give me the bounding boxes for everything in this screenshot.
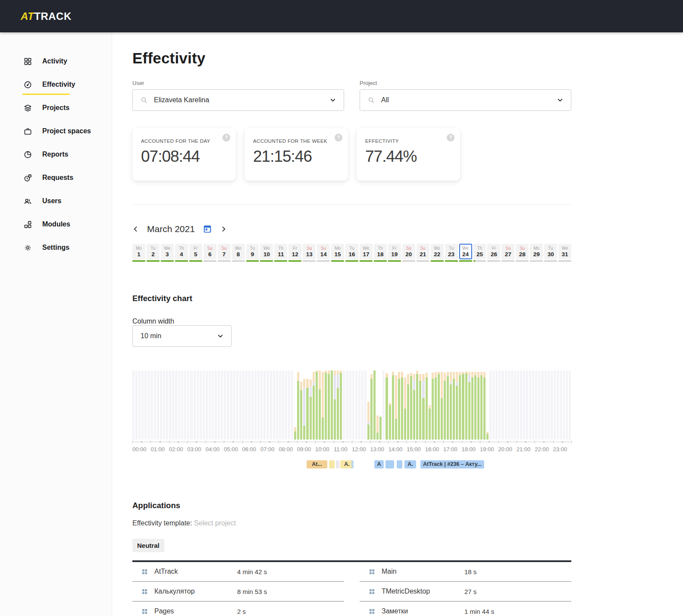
- application-row[interactable]: Main18 s: [360, 562, 571, 582]
- calendar-day-11[interactable]: Th11: [274, 244, 287, 262]
- tab-neutral[interactable]: Neutral: [132, 539, 164, 552]
- chart-column-95[interactable]: [422, 371, 424, 440]
- chart-column-78[interactable]: [370, 371, 373, 440]
- chart-column-6[interactable]: [150, 371, 153, 440]
- chart-column-67[interactable]: [337, 371, 339, 440]
- chart-column-5[interactable]: [147, 371, 150, 440]
- chart-column-117[interactable]: [489, 371, 492, 440]
- chart-column-104[interactable]: [450, 371, 452, 440]
- chart-column-141[interactable]: [563, 371, 565, 440]
- chart-column-17[interactable]: [184, 371, 186, 440]
- template-placeholder[interactable]: Select project: [194, 519, 236, 527]
- calendar-day-6[interactable]: Sa6: [204, 244, 216, 262]
- chart-column-16[interactable]: [181, 371, 183, 440]
- chart-column-100[interactable]: [438, 371, 440, 440]
- chart-column-133[interactable]: [538, 371, 540, 440]
- calendar-day-26[interactable]: Fr26: [487, 244, 500, 262]
- chart-column-123[interactable]: [508, 371, 510, 440]
- chart-column-57[interactable]: [306, 371, 308, 440]
- chart-column-71[interactable]: [349, 371, 351, 440]
- chart-column-22[interactable]: [200, 371, 202, 440]
- chart-column-27[interactable]: [215, 371, 217, 440]
- calendar-day-7[interactable]: Su7: [218, 244, 231, 262]
- chart-column-31[interactable]: [227, 371, 229, 440]
- chart-column-54[interactable]: [297, 371, 299, 440]
- task-chip-0[interactable]: At...: [307, 460, 327, 468]
- chart-column-2[interactable]: [138, 371, 141, 440]
- chart-column-135[interactable]: [545, 371, 547, 440]
- chart-column-7[interactable]: [154, 371, 156, 440]
- chart-column-94[interactable]: [419, 371, 421, 440]
- calendar-day-27[interactable]: Sa27: [501, 244, 514, 262]
- chart-column-143[interactable]: [569, 371, 571, 440]
- chart-column-115[interactable]: [483, 371, 486, 440]
- chart-column-76[interactable]: [364, 371, 367, 440]
- chart-column-75[interactable]: [361, 371, 363, 440]
- task-chip-1[interactable]: [329, 460, 335, 468]
- chart-column-111[interactable]: [471, 371, 473, 440]
- chart-column-129[interactable]: [526, 371, 528, 440]
- chart-column-96[interactable]: [426, 371, 428, 440]
- chart-column-83[interactable]: [385, 371, 388, 440]
- chart-column-51[interactable]: [288, 371, 290, 440]
- chart-column-105[interactable]: [453, 371, 455, 440]
- chart-column-85[interactable]: [392, 371, 394, 440]
- chart-column-84[interactable]: [389, 371, 391, 440]
- chart-column-112[interactable]: [474, 371, 476, 440]
- chart-column-48[interactable]: [279, 371, 281, 440]
- sidebar-item-activity[interactable]: Activity: [0, 50, 112, 73]
- calendar-day-1[interactable]: Mo1: [132, 244, 145, 262]
- chart-column-88[interactable]: [401, 371, 403, 440]
- calendar-day-9[interactable]: Tu9: [246, 244, 259, 262]
- chart-column-108[interactable]: [462, 371, 464, 440]
- effectivity-bar-chart[interactable]: [132, 371, 571, 440]
- chart-column-80[interactable]: [376, 371, 379, 440]
- chart-column-122[interactable]: [505, 371, 507, 440]
- chart-column-18[interactable]: [187, 371, 189, 440]
- chart-column-0[interactable]: [132, 371, 135, 440]
- chart-column-106[interactable]: [456, 371, 458, 440]
- task-chip-2[interactable]: [336, 460, 339, 468]
- chart-column-79[interactable]: [373, 371, 376, 440]
- sidebar-item-modules[interactable]: Modules: [0, 213, 112, 236]
- sidebar-item-requests[interactable]: Requests: [0, 166, 112, 189]
- chart-column-90[interactable]: [407, 371, 409, 440]
- chart-column-56[interactable]: [303, 371, 305, 440]
- next-month-button[interactable]: [220, 226, 227, 233]
- chart-column-132[interactable]: [535, 371, 537, 440]
- chart-column-86[interactable]: [395, 371, 397, 440]
- chart-column-49[interactable]: [282, 371, 284, 440]
- calendar-day-14[interactable]: Su14: [317, 244, 330, 262]
- chart-column-136[interactable]: [548, 371, 550, 440]
- column-width-select[interactable]: 10 min: [132, 325, 232, 347]
- chart-column-25[interactable]: [209, 371, 211, 440]
- chart-column-34[interactable]: [236, 371, 238, 440]
- sidebar-item-projects[interactable]: Projects: [0, 96, 112, 119]
- chart-column-10[interactable]: [163, 371, 165, 440]
- calendar-day-28[interactable]: Su28: [516, 244, 529, 262]
- chart-column-73[interactable]: [355, 371, 357, 440]
- chart-column-59[interactable]: [313, 371, 315, 440]
- chart-column-93[interactable]: [416, 371, 418, 440]
- calendar-day-5[interactable]: Fr5: [189, 244, 202, 262]
- calendar-day-22[interactable]: Mo22: [431, 244, 444, 262]
- chart-column-52[interactable]: [291, 371, 293, 440]
- calendar-day-12[interactable]: Fr12: [288, 244, 301, 262]
- chart-column-118[interactable]: [492, 371, 495, 440]
- chart-column-14[interactable]: [175, 371, 177, 440]
- chart-column-35[interactable]: [239, 371, 241, 440]
- chart-column-53[interactable]: [294, 371, 296, 440]
- chart-column-39[interactable]: [251, 371, 254, 440]
- task-chip-4[interactable]: A: [374, 460, 384, 468]
- chart-column-24[interactable]: [206, 371, 208, 440]
- task-chip-7[interactable]: A.: [404, 460, 416, 468]
- application-row[interactable]: Заметки1 min 44 s: [360, 602, 571, 616]
- chart-column-89[interactable]: [404, 371, 406, 440]
- calendar-day-8[interactable]: Mo8: [232, 244, 245, 262]
- chart-column-77[interactable]: [367, 371, 370, 440]
- chart-column-12[interactable]: [169, 371, 171, 440]
- chart-column-26[interactable]: [212, 371, 214, 440]
- chart-column-116[interactable]: [486, 371, 489, 440]
- chart-column-140[interactable]: [560, 371, 562, 440]
- chart-column-47[interactable]: [276, 371, 278, 440]
